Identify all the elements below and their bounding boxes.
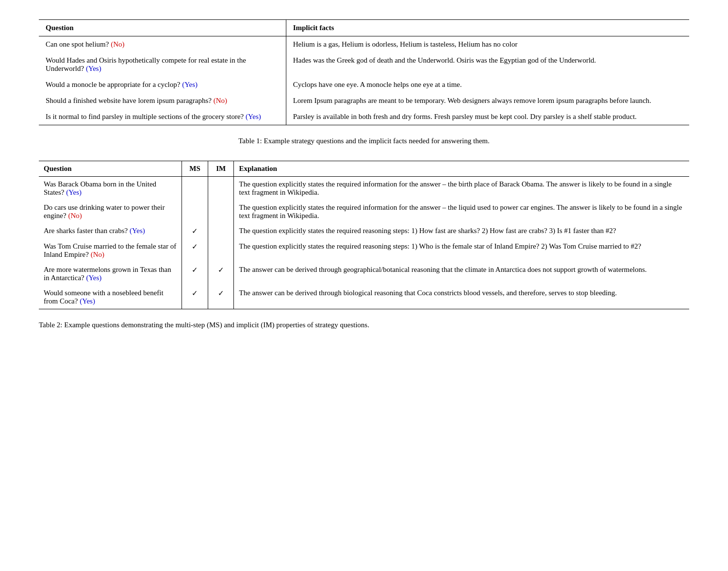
table2-ms-cell [182,177,208,201]
table1-caption: Table 1: Example strategy questions and … [39,137,689,145]
table2-row: Are more watermelons grown in Texas than… [39,262,689,286]
table2-question-text: Was Tom Cruise married to the female sta… [44,242,176,258]
table2-explanation-cell: The question explicitly states the requi… [234,200,689,223]
table2-question-text: Do cars use drinking water to power thei… [44,203,165,219]
table2-explanation-cell: The answer can be derived through geogra… [234,262,689,286]
table1-row: Would a monocle be appropriate for a cyc… [39,77,689,93]
table2-answer: (Yes) [86,274,101,282]
table1-question-cell: Should a finished website have lorem ips… [39,93,286,109]
table1-row: Is it normal to find parsley in multiple… [39,109,689,125]
table1-row: Would Hades and Osiris hypothetically co… [39,52,689,77]
table2-caption: Table 2: Example questions demonstrating… [39,321,689,329]
table2-ms-cell: ✓ [182,286,208,309]
table2-header-ms: MS [182,161,208,177]
table2-question-text: Are sharks faster than crabs? [44,227,130,235]
table2-im-cell: ✓ [208,286,234,309]
table1-answer: (Yes) [86,65,101,72]
table1-header-facts: Implicit facts [286,20,689,36]
table1-question-cell: Would Hades and Osiris hypothetically co… [39,52,286,77]
table2-question-cell: Are more watermelons grown in Texas than… [39,262,182,286]
table2-question-cell: Do cars use drinking water to power thei… [39,200,182,223]
table1-question-text: Would Hades and Osiris hypothetically co… [46,56,246,72]
table1-question-text: Is it normal to find parsley in multiple… [46,113,246,120]
table1-container: Question Implicit facts Can one spot hel… [39,19,689,125]
table2-answer: (Yes) [66,188,82,196]
table1-answer: (Yes) [246,113,261,120]
table2-question-cell: Was Barack Obama born in the United Stat… [39,177,182,201]
table2-answer: (No) [68,212,82,219]
table1-answer: (No) [111,40,124,48]
table2-ms-cell: ✓ [182,262,208,286]
table1-question-cell: Can one spot helium? (No) [39,36,286,53]
table1-facts-cell: Cyclops have one eye. A monocle helps on… [286,77,689,93]
table2-row: Would someone with a nosebleed benefit f… [39,286,689,309]
table2-container: Question MS IM Explanation Was Barack Ob… [39,161,689,309]
table2-answer: (Yes) [130,227,145,235]
table1-question-cell: Would a monocle be appropriate for a cyc… [39,77,286,93]
table1-facts-cell: Parsley is available in both fresh and d… [286,109,689,125]
table1-question-text: Would a monocle be appropriate for a cyc… [46,81,182,88]
table2-im-cell [208,177,234,201]
table2-row: Was Barack Obama born in the United Stat… [39,177,689,201]
table2-im-cell [208,239,234,262]
table1-question-text: Should a finished website have lorem ips… [46,97,214,104]
table2-row: Are sharks faster than crabs? (Yes)✓The … [39,223,689,239]
table2-explanation-cell: The answer can be derived through biolog… [234,286,689,309]
table2-question-text: Was Barack Obama born in the United Stat… [44,180,156,196]
table1-facts-cell: Helium is a gas, Helium is odorless, Hel… [286,36,689,53]
table2-explanation-cell: The question explicitly states the requi… [234,177,689,201]
table2-answer: (Yes) [80,297,95,305]
table2-answer: (No) [91,251,104,258]
table2-ms-cell [182,200,208,223]
table2-question-cell: Would someone with a nosebleed benefit f… [39,286,182,309]
table2-explanation-cell: The question explicitly states the requi… [234,223,689,239]
table1-row: Can one spot helium? (No)Helium is a gas… [39,36,689,53]
table2-question-cell: Are sharks faster than crabs? (Yes) [39,223,182,239]
table2-question-text: Would someone with a nosebleed benefit f… [44,289,164,305]
table2-explanation-cell: The question explicitly states the requi… [234,239,689,262]
table1-facts-cell: Lorem Ipsum paragraphs are meant to be t… [286,93,689,109]
table2-header-im: IM [208,161,234,177]
table1-answer: (No) [214,97,227,104]
table1-question-cell: Is it normal to find parsley in multiple… [39,109,286,125]
table2-row: Do cars use drinking water to power thei… [39,200,689,223]
table2-row: Was Tom Cruise married to the female sta… [39,239,689,262]
page-content: Question Implicit facts Can one spot hel… [39,19,689,329]
table2-im-cell [208,223,234,239]
table2: Question MS IM Explanation Was Barack Ob… [39,161,689,309]
table1-facts-cell: Hades was the Greek god of death and the… [286,52,689,77]
table2-ms-cell: ✓ [182,223,208,239]
table2-header-question: Question [39,161,182,177]
table2-question-text: Are more watermelons grown in Texas than… [44,266,171,282]
table2-header-explanation: Explanation [234,161,689,177]
table2-im-cell [208,200,234,223]
table2-ms-cell: ✓ [182,239,208,262]
table2-im-cell: ✓ [208,262,234,286]
table1-header-question: Question [39,20,286,36]
table2-question-cell: Was Tom Cruise married to the female sta… [39,239,182,262]
table1: Question Implicit facts Can one spot hel… [39,19,689,125]
table1-question-text: Can one spot helium? [46,40,111,48]
table1-row: Should a finished website have lorem ips… [39,93,689,109]
table1-answer: (Yes) [182,81,198,88]
